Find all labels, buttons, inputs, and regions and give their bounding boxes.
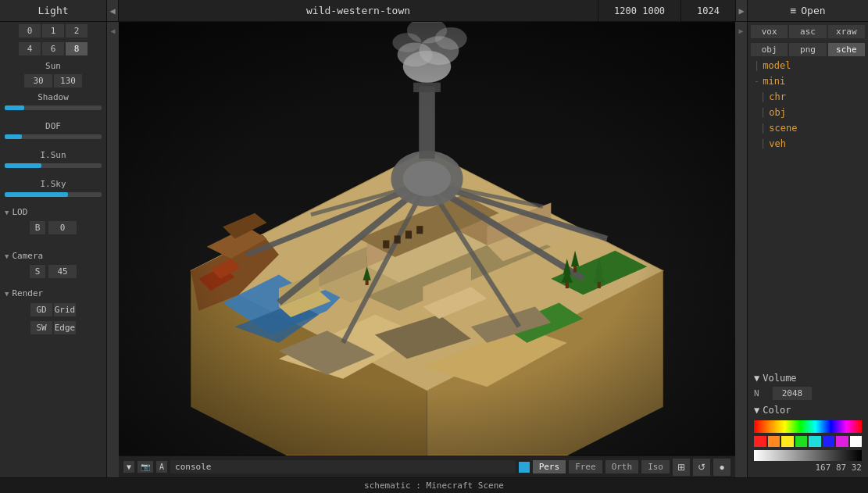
sw-btn[interactable]: SW xyxy=(30,321,52,334)
tree-obj[interactable]: | obj xyxy=(748,105,868,120)
shadow-slider-fill xyxy=(5,105,24,110)
lod-dropdown[interactable]: ▼ LOD xyxy=(0,205,106,220)
status-bar: schematic : Minecraft Scene xyxy=(0,477,868,493)
lod-arrow: ▼ xyxy=(5,209,9,216)
camera-dropdown[interactable]: ▼ Camera xyxy=(0,248,106,263)
swatch-green[interactable] xyxy=(795,436,808,447)
render-size-display: 1024 xyxy=(680,0,735,21)
render-label: Render xyxy=(12,288,43,298)
num-btn-2[interactable]: 2 xyxy=(66,24,88,38)
tree-chr[interactable]: | chr xyxy=(748,89,868,105)
tree-veh[interactable]: | veh xyxy=(748,136,868,152)
viewport: ▼ 📷 A Pers Free Orth Iso ⊞ ↺ ● xyxy=(119,22,735,477)
viewport-bottom-bar: ▼ 📷 A Pers Free Orth Iso ⊞ ↺ ● xyxy=(119,455,735,477)
xraw-btn[interactable]: xraw xyxy=(828,25,865,38)
view-indicator xyxy=(519,462,530,473)
tree-model[interactable]: | model xyxy=(748,58,868,73)
num-buttons-row1: 0 1 2 xyxy=(0,22,106,40)
sun-fields: 30 130 xyxy=(0,73,106,89)
render-buttons: GD Grid xyxy=(0,301,106,319)
left-panel-title: Light xyxy=(0,0,107,21)
grid-btn[interactable]: Grid xyxy=(54,303,76,316)
dof-label: DOF xyxy=(0,118,106,133)
svg-rect-65 xyxy=(119,23,735,455)
status-text: schematic : Minecraft Scene xyxy=(364,480,504,491)
num-btn-0[interactable]: 0 xyxy=(19,24,41,38)
isky-slider-fill xyxy=(5,192,68,197)
swatch-white[interactable] xyxy=(850,436,863,447)
swatch-cyan[interactable] xyxy=(809,436,821,447)
tree-scene[interactable]: | scene xyxy=(748,120,868,136)
dof-slider-fill xyxy=(5,134,22,139)
a-btn[interactable]: A xyxy=(156,461,167,473)
tree-mini[interactable]: - mini xyxy=(748,73,868,89)
color-bottom xyxy=(754,450,862,461)
color-section-label: ▼ Color xyxy=(748,402,868,417)
num-btn-8[interactable]: 8 xyxy=(66,42,88,55)
render-dropdown[interactable]: ▼ Render xyxy=(0,286,106,301)
record-btn[interactable]: ● xyxy=(713,459,730,476)
camera-s: S xyxy=(30,265,45,278)
volume-val[interactable]: 2048 xyxy=(773,387,812,400)
swatch-magenta[interactable] xyxy=(836,436,848,447)
num-btn-4[interactable]: 4 xyxy=(19,42,41,55)
lod-row: B 0 xyxy=(0,220,106,236)
scene-title: wild-western-town xyxy=(119,0,598,21)
gd-btn[interactable]: GD xyxy=(30,303,52,316)
camera-btn[interactable]: 📷 xyxy=(138,461,153,473)
left-collapse-strip: ◀ xyxy=(107,22,119,477)
asc-btn[interactable]: asc xyxy=(789,25,826,38)
grid-icon-btn[interactable]: ⊞ xyxy=(673,459,690,476)
free-btn[interactable]: Free xyxy=(569,460,602,473)
swatch-red[interactable] xyxy=(754,436,766,447)
left-panel: 0 1 2 4 6 8 Sun 30 130 Shadow DOF I.Sun xyxy=(0,22,107,477)
png-btn[interactable]: png xyxy=(789,43,826,56)
swatch-blue[interactable] xyxy=(823,436,835,447)
isky-label: I.Sky xyxy=(0,176,106,191)
color-swatches xyxy=(754,436,862,447)
sun-label: Sun xyxy=(0,58,106,73)
sche-btn[interactable]: sche xyxy=(828,43,865,56)
isun-slider[interactable] xyxy=(5,163,102,168)
lod-val[interactable]: 0 xyxy=(48,221,77,234)
obj-btn[interactable]: obj xyxy=(751,43,788,56)
sun-val2[interactable]: 130 xyxy=(54,74,82,88)
color-gradient[interactable] xyxy=(754,420,862,433)
sun-val1[interactable]: 30 xyxy=(24,74,52,88)
collapse-left-button[interactable]: ◀ xyxy=(107,0,119,21)
edge-btn[interactable]: Edge xyxy=(54,321,76,334)
dropdown-arrow-btn[interactable]: ▼ xyxy=(123,461,134,473)
orth-btn[interactable]: Orth xyxy=(605,460,639,473)
color-rgb-value: 167 87 32 xyxy=(754,461,862,474)
dof-slider[interactable] xyxy=(5,134,102,139)
lod-b: B xyxy=(30,221,45,234)
camera-val[interactable]: 45 xyxy=(48,265,77,278)
viewport-image[interactable] xyxy=(119,22,735,455)
swatch-orange[interactable] xyxy=(768,436,780,447)
camera-arrow: ▼ xyxy=(5,252,9,260)
right-collapse-strip: ▶ xyxy=(735,22,747,477)
isky-slider[interactable] xyxy=(5,192,102,197)
iso-btn[interactable]: Iso xyxy=(641,460,670,473)
isun-label: I.Sun xyxy=(0,147,106,162)
collapse-right-button[interactable]: ▶ xyxy=(735,0,747,21)
render-arrow: ▼ xyxy=(5,290,9,298)
num-btn-1[interactable]: 1 xyxy=(42,24,64,38)
format-row-2: obj png sche xyxy=(748,40,868,58)
resolution-display: 1200 1000 xyxy=(598,0,680,21)
pers-btn[interactable]: Pers xyxy=(533,460,566,473)
lod-label: LOD xyxy=(12,207,27,217)
refresh-btn[interactable]: ↺ xyxy=(693,459,710,476)
right-panel-header: ≡ Open xyxy=(747,0,868,21)
shadow-slider[interactable] xyxy=(5,105,102,110)
volume-row: N 2048 xyxy=(748,385,868,402)
swatch-yellow[interactable] xyxy=(781,436,794,447)
num-buttons-row2: 4 6 8 xyxy=(0,40,106,58)
num-btn-6[interactable]: 6 xyxy=(42,42,64,55)
render-buttons-2: SW Edge xyxy=(0,319,106,337)
volume-section: ▼ Volume xyxy=(748,370,868,385)
vox-btn[interactable]: vox xyxy=(751,25,788,38)
console-input[interactable] xyxy=(170,460,516,473)
brightness-slider[interactable] xyxy=(754,450,862,461)
camera-label: Camera xyxy=(12,251,43,261)
